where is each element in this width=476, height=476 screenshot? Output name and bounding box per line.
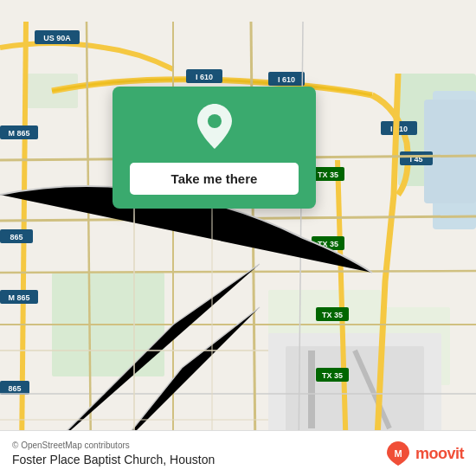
take-me-there-button[interactable]: Take me there [130,163,299,195]
svg-text:I 610: I 610 [278,75,295,84]
place-name: Foster Place Baptist Church, Houston [12,453,215,466]
svg-text:865: 865 [8,384,21,393]
svg-text:865: 865 [10,233,23,241]
svg-rect-10 [286,346,424,433]
svg-text:M: M [394,448,402,459]
map-background: I 610 I 610 I 610 I 45 US 90A M 865 865 … [0,0,476,476]
bottom-bar: © OpenStreetMap contributors Foster Plac… [0,430,476,476]
location-pin-icon [194,102,235,154]
action-card: Take me there [113,87,316,209]
moovit-logo: M moovit [384,440,464,467]
osm-credit: © OpenStreetMap contributors [12,441,215,450]
svg-text:M 865: M 865 [8,129,29,138]
bottom-info: © OpenStreetMap contributors Foster Plac… [12,441,215,466]
svg-text:I 610: I 610 [196,73,213,81]
svg-rect-8 [424,100,476,203]
svg-text:TX 35: TX 35 [322,311,343,319]
svg-text:TX 35: TX 35 [322,371,343,380]
svg-text:US 90A: US 90A [43,34,71,42]
svg-point-52 [208,114,222,128]
moovit-logo-icon: M [384,440,412,467]
moovit-text: moovit [415,445,464,463]
svg-text:M 865: M 865 [8,293,29,302]
map-container: I 610 I 610 I 610 I 45 US 90A M 865 865 … [0,0,476,476]
svg-text:TX 35: TX 35 [318,170,338,179]
